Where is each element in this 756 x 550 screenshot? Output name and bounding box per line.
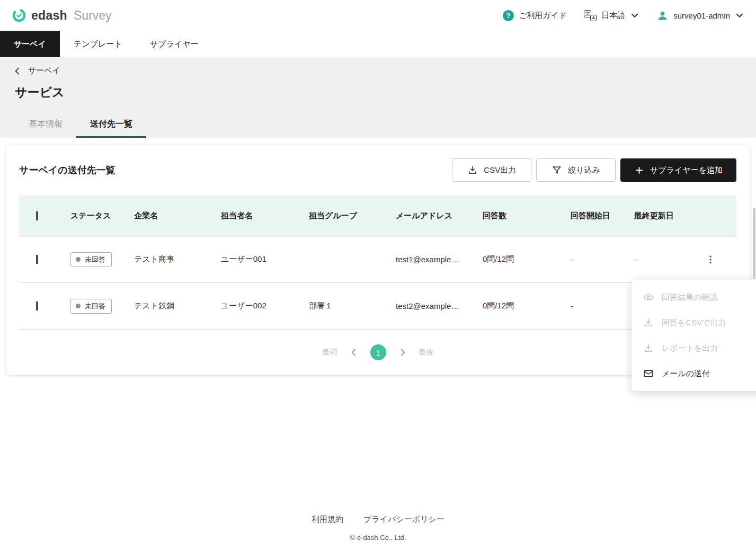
user-menu[interactable]: survey01-admin	[656, 10, 744, 22]
email-cell: test2@example…	[396, 301, 483, 311]
nav-tab-template[interactable]: テンプレート	[60, 31, 136, 57]
start-date-cell: -	[571, 255, 634, 264]
row-actions-kebab-button[interactable]	[702, 251, 719, 268]
person-cell: ユーザー001	[221, 254, 309, 264]
tab-recipient-list[interactable]: 送付先一覧	[76, 112, 146, 138]
status-badge: 未回答	[70, 299, 112, 314]
col-header-email: メールアドレス	[396, 211, 483, 221]
plus-icon	[634, 165, 644, 175]
table-row: 未回答 テスト商事 ユーザー001 test1@example… 0問/12問 …	[19, 236, 736, 283]
nav-tab-survey[interactable]: サーベイ	[0, 31, 60, 57]
email-cell: test1@example…	[396, 255, 483, 264]
footer: 利用規約 プライバシーポリシー © e-dash Co., Ltd.	[0, 514, 756, 550]
page-header-band: サーベイ サービス 基本情報 送付先一覧	[0, 57, 756, 138]
recipient-table: ステータス 企業名 担当者名 担当グループ メールアドレス 回答数 回答開始日 …	[19, 196, 736, 330]
brand-name-primary: edash	[31, 8, 67, 23]
privacy-policy-link[interactable]: プライバシーポリシー	[363, 514, 444, 525]
card-header: サーベイの送付先一覧 CSV出力 絞り込み	[6, 145, 750, 196]
row-actions-context-menu: 回答結果の確認 回答をCSVで出力 レポートを出力 メールの送付	[632, 280, 756, 391]
col-header-person: 担当者名	[221, 211, 309, 221]
pagination-first[interactable]: 最初	[323, 348, 337, 357]
csv-export-button[interactable]: CSV出力	[452, 158, 531, 182]
language-label: 日本語	[601, 11, 625, 21]
detail-tabs: 基本情報 送付先一覧	[15, 112, 743, 138]
pagination-current-page[interactable]: 1	[370, 344, 386, 360]
col-header-start-date: 回答開始日	[571, 211, 634, 221]
add-supplier-button[interactable]: サプライヤーを追加	[620, 158, 736, 182]
answers-cell: 0問/12問	[483, 301, 571, 311]
brand-logo[interactable]: edash Survey	[12, 8, 112, 23]
group-cell: 部署１	[309, 301, 396, 311]
status-badge: 未回答	[70, 252, 112, 267]
status-dot-icon	[76, 257, 81, 262]
scrollbar[interactable]	[753, 208, 755, 279]
brand-logo-icon	[12, 8, 26, 23]
page-title: サービス	[15, 84, 743, 101]
filter-button[interactable]: 絞り込み	[536, 158, 616, 182]
row-checkbox[interactable]	[36, 301, 38, 311]
select-all-checkbox[interactable]	[36, 211, 38, 220]
copyright: © e-dash Co., Ltd.	[0, 534, 756, 542]
card-title: サーベイの送付先一覧	[19, 164, 115, 176]
download-icon	[467, 165, 478, 175]
tab-basic-info[interactable]: 基本情報	[15, 112, 76, 138]
spacer	[0, 375, 756, 514]
language-selector[interactable]: 文 A 日本語	[584, 10, 639, 21]
company-cell: テスト商事	[134, 254, 221, 264]
main-nav: サーベイ テンプレート サプライヤー	[0, 31, 756, 57]
translate-icon: 文 A	[584, 10, 597, 21]
row-checkbox[interactable]	[36, 255, 38, 264]
brand-name-secondary: Survey	[74, 8, 112, 23]
table-header-row: ステータス 企業名 担当者名 担当グループ メールアドレス 回答数 回答開始日 …	[19, 196, 736, 236]
start-date-cell: -	[571, 301, 634, 311]
help-guide-link[interactable]: ? ご利用ガイド	[503, 10, 567, 21]
col-header-company: 企業名	[134, 211, 221, 221]
eye-icon	[643, 292, 654, 303]
top-header: edash Survey ? ご利用ガイド 文 A 日本語	[0, 0, 756, 31]
pagination-last[interactable]: 最後	[419, 348, 434, 357]
app-root: edash Survey ? ご利用ガイド 文 A 日本語	[0, 0, 756, 550]
menu-item-export-report[interactable]: レポートを出力	[632, 335, 756, 361]
menu-item-view-results[interactable]: 回答結果の確認	[632, 285, 756, 310]
chevron-down-icon	[735, 11, 744, 20]
download-icon	[643, 343, 654, 353]
company-cell: テスト鉄鋼	[134, 301, 221, 311]
chevron-down-icon	[630, 11, 639, 20]
breadcrumb-label: サーベイ	[28, 66, 60, 76]
col-header-status: ステータス	[70, 211, 134, 221]
chevron-left-icon	[13, 66, 22, 76]
breadcrumb-back[interactable]: サーベイ	[13, 66, 60, 76]
menu-item-send-mail[interactable]: メールの送付	[632, 361, 756, 386]
user-avatar-icon	[656, 10, 669, 22]
mail-icon	[643, 368, 654, 379]
pagination-prev-icon[interactable]	[349, 348, 359, 357]
help-guide-label: ご利用ガイド	[519, 11, 567, 21]
status-dot-icon	[76, 304, 81, 308]
user-name: survey01-admin	[673, 11, 730, 20]
table-row: 未回答 テスト鉄鋼 ユーザー002 部署１ test2@example… 0問/…	[19, 283, 736, 330]
updated-cell: -	[634, 255, 698, 264]
help-icon: ?	[503, 10, 514, 21]
menu-item-export-csv[interactable]: 回答をCSVで出力	[632, 310, 756, 335]
answers-cell: 0問/12問	[483, 254, 571, 264]
card-actions: CSV出力 絞り込み サプライヤーを追加	[452, 158, 736, 182]
person-cell: ユーザー002	[221, 301, 309, 311]
pagination-next-icon[interactable]	[398, 348, 407, 357]
header-actions: ? ご利用ガイド 文 A 日本語 survey01-admin	[503, 10, 744, 22]
download-icon	[643, 317, 654, 328]
col-header-group: 担当グループ	[309, 211, 396, 221]
filter-icon	[552, 165, 562, 175]
terms-link[interactable]: 利用規約	[312, 514, 343, 525]
col-header-answers: 回答数	[483, 211, 571, 221]
nav-tab-supplier[interactable]: サプライヤー	[136, 31, 212, 57]
col-header-updated: 最終更新日	[634, 211, 698, 221]
